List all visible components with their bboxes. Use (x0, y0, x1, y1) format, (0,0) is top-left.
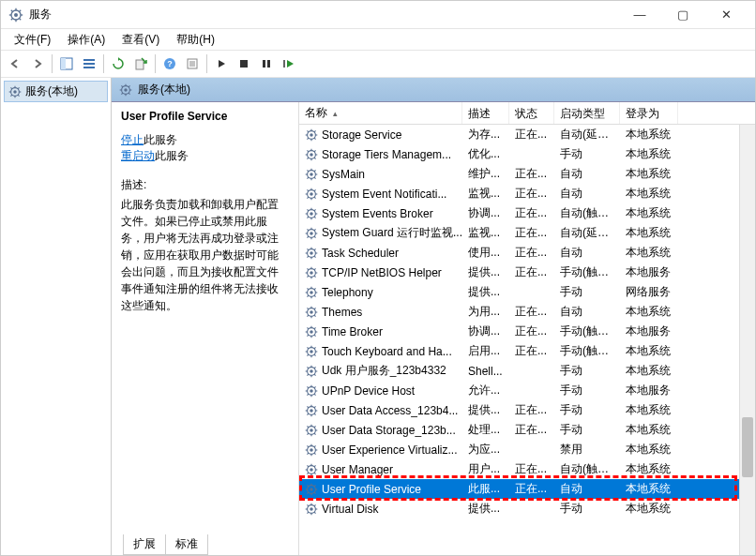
col-desc[interactable]: 描述 (462, 102, 509, 124)
tree-root-services[interactable]: 服务(本地) (5, 82, 107, 101)
service-desc: 用户... (462, 461, 509, 477)
service-start: 自动 (554, 166, 620, 182)
service-status: 正在... (509, 127, 554, 143)
service-row[interactable]: System Events Broker协调...正在...自动(触发...本地… (299, 203, 755, 223)
service-desc: 提供... (462, 501, 509, 517)
service-desc: 监视... (462, 225, 509, 241)
gear-icon (305, 168, 318, 181)
maximize-button[interactable]: ▢ (661, 1, 704, 29)
restart-link[interactable]: 重启动 (121, 149, 155, 162)
menu-action[interactable]: 操作(A) (60, 30, 113, 50)
service-row[interactable]: Time Broker协调...正在...手动(触发...本地服务 (299, 322, 755, 341)
service-logon: 本地系统 (620, 363, 678, 379)
content-header: 服务(本地) (112, 78, 755, 102)
content-pane: 服务(本地) User Profile Service 停止此服务 重启动此服务… (112, 78, 755, 555)
service-desc: 处理... (462, 422, 509, 438)
service-name: System Event Notificati... (322, 188, 446, 201)
help-button[interactable]: ? (159, 53, 180, 74)
restart-service-button[interactable] (279, 53, 299, 74)
scrollbar-thumb[interactable] (742, 417, 753, 477)
service-row[interactable]: TCP/IP NetBIOS Helper提供...正在...手动(触发...本… (299, 263, 755, 282)
service-row[interactable]: User Manager用户...正在...自动(触发...本地系统 (299, 459, 755, 479)
svg-rect-15 (136, 60, 144, 69)
service-start: 手动 (554, 383, 620, 398)
service-desc: 提供... (462, 264, 509, 280)
content-header-label: 服务(本地) (138, 82, 190, 98)
properties-button[interactable] (182, 53, 203, 74)
menu-file[interactable]: 文件(F) (7, 30, 58, 50)
service-desc: 允许... (462, 383, 509, 398)
service-row[interactable]: SysMain维护...正在...自动本地系统 (299, 164, 755, 184)
svg-text:?: ? (167, 59, 173, 68)
gear-icon (305, 227, 318, 240)
service-name: Time Broker (322, 325, 383, 338)
col-start[interactable]: 启动类型 (554, 102, 620, 124)
service-row[interactable]: Themes为用...正在...自动本地系统 (299, 302, 755, 322)
refresh-button[interactable] (108, 53, 129, 74)
gear-icon (305, 266, 318, 279)
service-logon: 网络服务 (620, 284, 678, 300)
service-logon: 本地系统 (620, 127, 678, 143)
stop-service-button[interactable] (234, 53, 254, 74)
service-row[interactable]: Storage Service为存...正在...自动(延迟...本地系统 (299, 125, 755, 144)
service-start: 自动(延迟... (554, 225, 620, 241)
service-row[interactable]: Task Scheduler使用...正在...自动本地系统 (299, 243, 755, 263)
service-name: User Profile Service (322, 483, 421, 496)
minimize-button[interactable]: — (618, 1, 661, 29)
menu-help[interactable]: 帮助(H) (169, 30, 222, 50)
start-service-button[interactable] (211, 53, 232, 74)
forward-button[interactable] (27, 53, 48, 74)
gear-icon (305, 247, 318, 260)
restart-suffix: 此服务 (155, 149, 189, 162)
service-row[interactable]: Udk 用户服务_123b4332Shell...手动本地系统 (299, 361, 755, 381)
service-start: 手动(触发... (554, 323, 620, 339)
col-status[interactable]: 状态 (509, 102, 554, 124)
service-row[interactable]: User Data Access_123b4...提供...正在...手动本地系… (299, 400, 755, 420)
service-row[interactable]: Touch Keyboard and Ha...启用...正在...手动(触发.… (299, 341, 755, 361)
service-row[interactable]: System Event Notificati...监视...正在...自动本地… (299, 184, 755, 203)
col-name[interactable]: 名称▴ (299, 102, 462, 124)
service-name: System Events Broker (322, 207, 433, 220)
service-desc: 监视... (462, 186, 509, 202)
scrollbar[interactable] (739, 125, 755, 555)
svg-rect-24 (267, 60, 270, 68)
service-status: 正在... (509, 323, 554, 339)
service-name: User Manager (322, 463, 393, 476)
gear-icon (8, 85, 22, 98)
back-button[interactable] (5, 53, 25, 74)
service-row[interactable]: Storage Tiers Managem...优化...手动本地系统 (299, 144, 755, 164)
service-list: 名称▴ 描述 状态 启动类型 登录为 Storage Service为存...正… (299, 102, 755, 555)
service-row[interactable]: System Guard 运行时监视...监视...正在...自动(延迟...本… (299, 223, 755, 243)
service-logon: 本地服务 (620, 383, 678, 398)
service-row[interactable]: User Profile Service此服...正在...自动本地系统 (299, 479, 755, 499)
gear-icon (305, 128, 318, 142)
export-button[interactable] (130, 53, 151, 74)
service-row[interactable]: Virtual Disk提供...手动本地系统 (299, 499, 755, 518)
pause-service-button[interactable] (256, 53, 277, 74)
tab-standard[interactable]: 标准 (165, 534, 208, 555)
service-row[interactable]: User Experience Virtualiz...为应...禁用本地系统 (299, 440, 755, 459)
view-panel-button[interactable] (56, 53, 77, 74)
service-row[interactable]: Telephony提供...手动网络服务 (299, 282, 755, 302)
close-button[interactable]: ✕ (704, 1, 748, 29)
gear-icon (305, 365, 318, 378)
gear-icon (305, 207, 318, 220)
service-start: 自动 (554, 304, 620, 320)
service-status: 正在... (509, 304, 554, 320)
list-rows[interactable]: Storage Service为存...正在...自动(延迟...本地系统Sto… (299, 125, 755, 555)
service-start: 自动 (554, 186, 620, 202)
tab-extended[interactable]: 扩展 (123, 534, 165, 555)
stop-link[interactable]: 停止 (121, 133, 144, 146)
service-desc: 启用... (462, 343, 509, 359)
svg-rect-12 (83, 59, 95, 61)
service-logon: 本地系统 (620, 442, 678, 458)
col-logon[interactable]: 登录为 (620, 102, 678, 124)
detail-pane: User Profile Service 停止此服务 重启动此服务 描述: 此服… (112, 102, 299, 555)
view-list-button[interactable] (79, 53, 99, 74)
menu-view[interactable]: 查看(V) (114, 30, 167, 50)
service-status: 正在... (509, 245, 554, 261)
service-row[interactable]: UPnP Device Host允许...手动本地服务 (299, 381, 755, 400)
service-logon: 本地服务 (620, 323, 678, 339)
service-name: User Data Access_123b4... (322, 404, 458, 417)
service-row[interactable]: User Data Storage_123b...处理...正在...手动本地系… (299, 420, 755, 440)
